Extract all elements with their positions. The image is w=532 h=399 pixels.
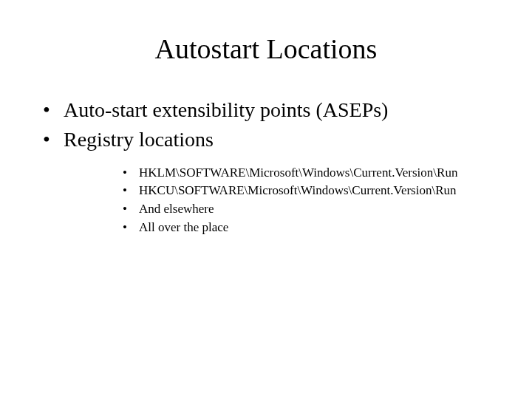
sub-bullet-item: And elsewhere: [123, 200, 502, 219]
bullet-list-level2: HKLM\SOFTWARE\Microsoft\Windows\Current.…: [123, 164, 502, 237]
sub-bullet-item: HKLM\SOFTWARE\Microsoft\Windows\Current.…: [123, 164, 502, 183]
bullet-item: Registry locations HKLM\SOFTWARE\Microso…: [43, 126, 502, 236]
sub-bullet-item: All over the place: [123, 219, 502, 237]
bullet-item: Auto-start extensibility points (ASEPs): [43, 96, 502, 124]
slide-title: Autostart Locations: [30, 33, 502, 65]
sub-bullet-item: HKCU\SOFTWARE\Microsoft\Windows\Current.…: [123, 182, 502, 200]
bullet-text: Registry locations: [64, 128, 214, 151]
bullet-list-level1: Auto-start extensibility points (ASEPs) …: [43, 96, 502, 236]
slide: Autostart Locations Auto-start extensibi…: [0, 0, 532, 399]
